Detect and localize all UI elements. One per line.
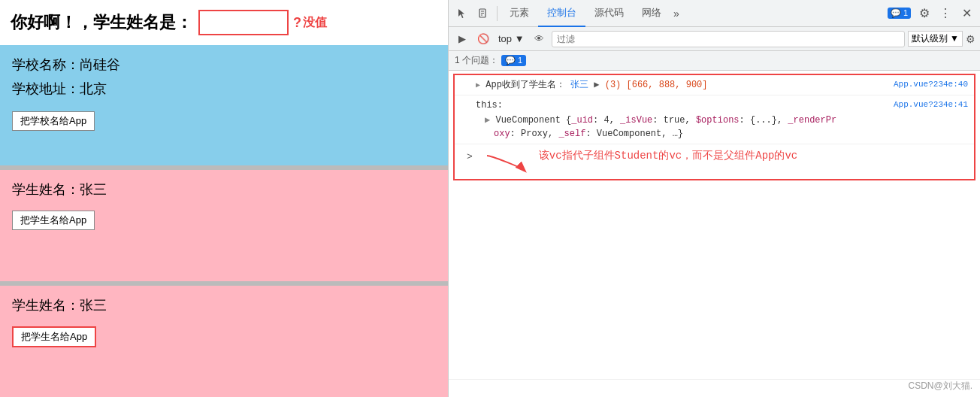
entry1-text: App收到了学生名： 张三 ▶ (3) [666, 888, 900]	[485, 80, 707, 90]
entry1-label: App收到了学生名：	[485, 80, 565, 90]
entry2-this: this:	[476, 100, 503, 111]
send-student1-btn[interactable]: 把学生名给App	[12, 211, 95, 230]
student1-section: 学生姓名：张三 把学生名给App	[0, 170, 448, 281]
annotation-arrow	[483, 152, 528, 177]
entry2-sub1: VueComponent {_uid: 4, _isVue: true, $op…	[495, 115, 836, 126]
console-settings-icon[interactable]: ⚙	[966, 33, 975, 45]
annotation-row: > 该vc指代子组件Student的vc，而不是父组件App的vc	[455, 144, 974, 179]
greeting-label: 你好啊！，学生姓名是：	[11, 11, 192, 34]
issue-icon: 💬	[505, 56, 516, 65]
left-panel: 你好啊！，学生姓名是： ? 没值 学校名称：尚硅谷 学校地址：北京 把学校名给A…	[0, 0, 448, 397]
send-school-btn[interactable]: 把学校名给App	[12, 111, 95, 131]
tab-console[interactable]: 控制台	[538, 0, 585, 27]
tab-separator-1	[497, 6, 498, 21]
expand-arrow-2[interactable]: ▶	[485, 115, 495, 126]
more-options-icon[interactable]: ⋮	[935, 3, 956, 24]
name-input-box[interactable]	[198, 10, 289, 35]
entry2-text: this:	[476, 100, 503, 111]
eye-icon[interactable]: 👁	[531, 30, 549, 48]
console-output: ▶ App.vue?234e:40 App收到了学生名： 张三 ▶ (3) [6…	[449, 71, 980, 379]
console-bordered-section: ▶ App.vue?234e:40 App收到了学生名： 张三 ▶ (3) [6…	[453, 74, 975, 180]
console-entry-2: App.vue?234e:41 this: ▶ VueComponent {_u…	[455, 95, 974, 144]
console-entry-1: ▶ App.vue?234e:40 App收到了学生名： 张三 ▶ (3) [6…	[455, 75, 974, 95]
no-value-label: 没值	[303, 15, 327, 31]
watermark-bar: CSDN@刘大猫.	[449, 379, 980, 397]
student2-name-row: 学生姓名：张三	[12, 296, 436, 314]
student2-section: 学生姓名：张三 把学生名给App	[0, 286, 448, 397]
entry1-array: (3) [666, 888, 900]	[605, 80, 708, 90]
log-level-select[interactable]: 默认级别 ▼	[908, 31, 963, 47]
file-link-2[interactable]: App.vue?234e:41	[894, 98, 968, 111]
devtools-toolbar: ▶ 🚫 top ▼ 👁 默认级别 ▼ ⚙	[449, 27, 980, 51]
message-icon: 💬	[891, 8, 901, 17]
school-name-row: 学校名称：尚硅谷	[12, 56, 436, 74]
tab-network[interactable]: 网络	[633, 0, 670, 27]
expand-arrow-1[interactable]: ▶	[476, 81, 480, 89]
console-gt[interactable]: >	[461, 149, 479, 165]
entry1-value: 张三	[570, 80, 594, 90]
message-badge: 💬 1	[888, 8, 911, 19]
cursor-icon[interactable]	[452, 3, 473, 24]
issues-label: 1 个问题：	[455, 54, 498, 67]
document-icon[interactable]	[473, 3, 494, 24]
annotation-text: 该vc指代子组件Student的vc，而不是父组件App的vc	[539, 149, 797, 162]
top-context-select[interactable]: top ▼	[495, 32, 528, 46]
devtools-panel: 元素 控制台 源代码 网络 » 💬 1 ⚙ ⋮ ✕ ▶ 🚫 top ▼ 👁 默认…	[448, 0, 980, 397]
entry2-sublines: ▶ VueComponent {_uid: 4, _isVue: true, $…	[476, 114, 968, 141]
filter-input[interactable]	[552, 31, 905, 47]
issues-badge: 💬 1	[501, 55, 526, 66]
close-devtools-icon[interactable]: ✕	[956, 3, 977, 24]
execute-icon[interactable]: ▶	[453, 30, 471, 48]
send-student2-btn[interactable]: 把学生名给App	[12, 326, 96, 347]
tab-sources[interactable]: 源代码	[585, 0, 633, 27]
issues-bar: 1 个问题： 💬 1	[449, 51, 980, 71]
student1-name-row: 学生姓名：张三	[12, 180, 436, 198]
stop-icon[interactable]: 🚫	[474, 30, 492, 48]
file-link-1[interactable]: App.vue?234e:40	[894, 78, 968, 91]
entry2-sub2: oxy: Proxy, _self: VueComponent, …}	[485, 127, 968, 141]
devtools-tabs-bar: 元素 控制台 源代码 网络 » 💬 1 ⚙ ⋮ ✕	[449, 0, 980, 27]
school-section: 学校名称：尚硅谷 学校地址：北京 把学校名给App	[0, 45, 448, 165]
school-addr-row: 学校地址：北京	[12, 80, 436, 98]
entry1-arrow[interactable]: ▶	[594, 80, 599, 90]
watermark-text: CSDN@刘大猫.	[908, 380, 972, 392]
tab-elements[interactable]: 元素	[501, 0, 538, 27]
top-bar: 你好啊！，学生姓名是： ? 没值	[0, 0, 448, 45]
question-mark: ?	[293, 15, 301, 31]
settings-icon[interactable]: ⚙	[914, 3, 935, 24]
more-tabs-btn[interactable]: »	[670, 8, 682, 20]
